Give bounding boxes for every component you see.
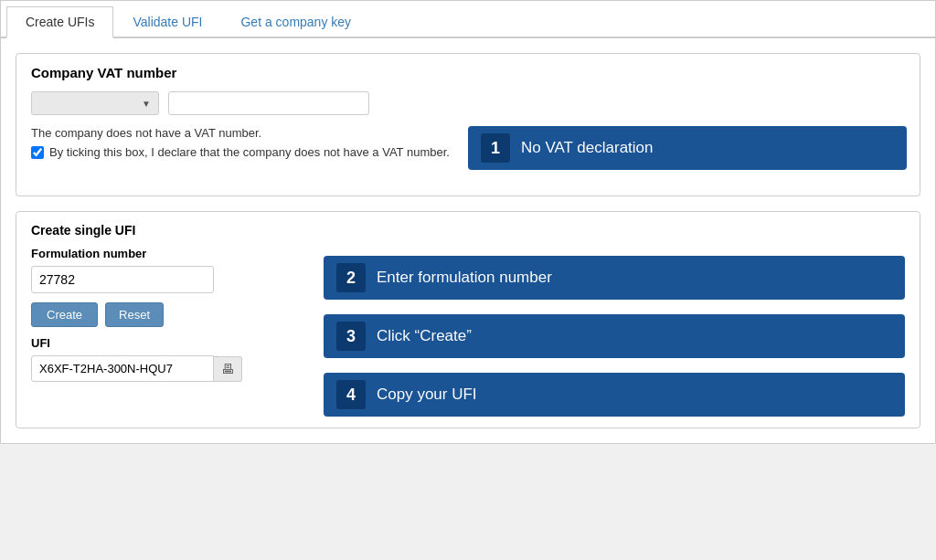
instruction-1-text: No VAT declaration xyxy=(521,139,654,157)
tab-company-key[interactable]: Get a company key xyxy=(221,6,370,37)
tab-create-ufis[interactable]: Create UFIs xyxy=(6,6,113,38)
main-container: Create UFIs Validate UFI Get a company k… xyxy=(0,0,936,444)
tabs-bar: Create UFIs Validate UFI Get a company k… xyxy=(1,1,935,38)
ufi-area: Formulation number Create Reset UFI 🖶 xyxy=(31,247,905,417)
action-buttons-row: Create Reset xyxy=(31,302,305,327)
ufi-form-col: Formulation number Create Reset UFI 🖶 xyxy=(31,247,305,417)
copy-icon: 🖶 xyxy=(221,362,234,376)
formulation-number-input[interactable] xyxy=(31,266,214,293)
vat-number-input[interactable] xyxy=(168,91,369,115)
vat-section: Company VAT number ▼ The company does no… xyxy=(16,53,920,196)
vat-section-title: Company VAT number xyxy=(31,65,905,80)
ufi-copy-button[interactable]: 🖶 xyxy=(214,356,242,382)
instruction-2-number: 2 xyxy=(336,263,366,292)
formulation-row xyxy=(31,266,305,293)
no-vat-checkbox-row: By ticking this box, I declare that the … xyxy=(31,145,450,159)
instruction-1-badge: 1 No VAT declaration xyxy=(468,126,907,170)
ufi-output-row: 🖶 xyxy=(31,355,305,382)
instruction-2-text: Enter formulation number xyxy=(377,269,552,287)
instruction-1-number: 1 xyxy=(481,133,510,163)
vat-instruction-col: 1 No VAT declaration xyxy=(468,126,907,170)
no-vat-checkbox[interactable] xyxy=(31,146,44,159)
ufi-instruction-col: 2 Enter formulation number 3 Click “Crea… xyxy=(324,247,905,417)
vat-form-col: ▼ The company does not have a VAT number… xyxy=(31,91,450,170)
instruction-4-badge: 4 Copy your UFI xyxy=(324,373,905,417)
instruction-2-badge: 2 Enter formulation number xyxy=(324,256,905,300)
vat-country-dropdown[interactable]: ▼ xyxy=(31,91,159,115)
vat-area: ▼ The company does not have a VAT number… xyxy=(31,91,905,170)
ufi-output-input[interactable] xyxy=(31,355,214,382)
reset-button[interactable]: Reset xyxy=(105,302,164,327)
chevron-down-icon: ▼ xyxy=(142,99,151,109)
instruction-3-text: Click “Create” xyxy=(377,327,472,345)
instruction-4-text: Copy your UFI xyxy=(377,386,477,404)
no-vat-checkbox-label: By ticking this box, I declare that the … xyxy=(49,145,450,159)
instruction-3-number: 3 xyxy=(336,322,366,351)
ufi-section: Create single UFI Formulation number Cre… xyxy=(16,211,920,428)
tab-validate-ufi[interactable]: Validate UFI xyxy=(113,6,221,37)
no-vat-text: The company does not have a VAT number. xyxy=(31,126,450,140)
formulation-label: Formulation number xyxy=(31,247,305,260)
ufi-section-title: Create single UFI xyxy=(31,223,905,238)
vat-inputs: ▼ xyxy=(31,91,450,115)
content-area: Company VAT number ▼ The company does no… xyxy=(1,38,935,443)
ufi-label: UFI xyxy=(31,336,305,350)
instruction-3-badge: 3 Click “Create” xyxy=(324,314,905,358)
instruction-4-number: 4 xyxy=(336,380,366,409)
create-button[interactable]: Create xyxy=(31,302,98,327)
